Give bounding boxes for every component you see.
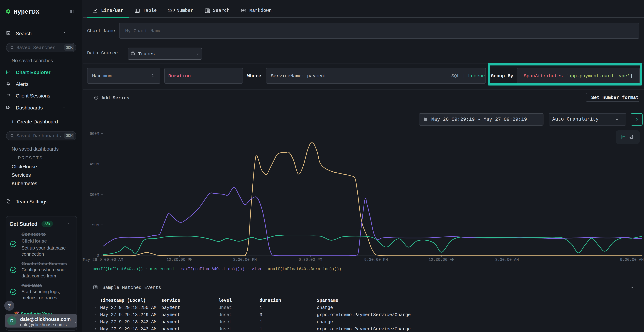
svg-text:May 26 9:00:00 AM: May 26 9:00:00 AM: [83, 258, 123, 262]
svg-text:6:30:00 PM: 6:30:00 PM: [298, 258, 322, 262]
svg-text:150M: 150M: [90, 223, 99, 228]
svg-text:9:00:00 AM: 9:00:00 AM: [620, 258, 644, 262]
svg-text:300M: 300M: [90, 193, 99, 197]
svg-text:0: 0: [97, 254, 99, 258]
svg-text:9:30:00 PM: 9:30:00 PM: [364, 258, 388, 262]
svg-text:3:30:00 AM: 3:30:00 AM: [495, 258, 519, 262]
svg-text:600M: 600M: [90, 132, 99, 136]
svg-text:3:30:00 PM: 3:30:00 PM: [233, 258, 257, 262]
svg-text:12:30:00 AM: 12:30:00 AM: [428, 258, 454, 262]
svg-text:12:30:00 PM: 12:30:00 PM: [166, 258, 192, 262]
svg-text:450M: 450M: [90, 162, 99, 166]
